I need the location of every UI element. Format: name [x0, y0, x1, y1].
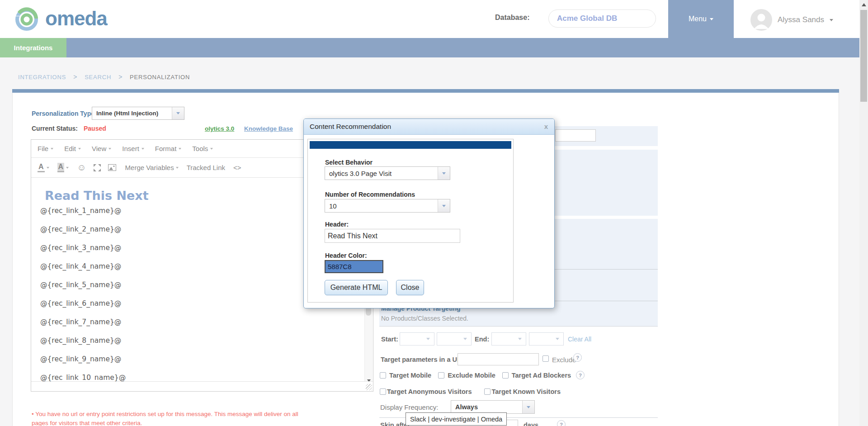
end-time-select[interactable] — [529, 332, 564, 346]
editor-menu-edit[interactable]: Edit — [64, 145, 81, 152]
editor-menu-view[interactable]: View — [92, 145, 111, 152]
chevron-down-icon — [556, 338, 559, 340]
chevron-down-icon — [78, 148, 81, 150]
num-recommendations-label: Number of Recommendations — [325, 191, 415, 198]
dialog-title: Content Recommendation — [310, 123, 391, 131]
personalization-type-value: Inline (Html Injection) — [92, 110, 172, 117]
dialog-titlebar[interactable]: Content Recommendation — [304, 119, 554, 135]
insert-image-icon[interactable] — [108, 164, 116, 171]
dropdown-arrow-button[interactable] — [552, 333, 563, 345]
chevron-down-icon — [66, 167, 69, 169]
editor-statusbar — [31, 381, 373, 391]
text-color-button[interactable]: A — [38, 163, 49, 172]
merge-variable-line: @{rec_link_10_name}@ — [40, 374, 126, 382]
merge-variables-button[interactable]: Merge Variables — [125, 164, 179, 171]
personalization-type-label: Personalization Type: — [32, 110, 97, 117]
browser-tab-tooltip: Slack | dev-investigate | Omeda — [406, 412, 507, 426]
merge-variable-line: @{rec_link_8_name}@ — [40, 336, 121, 345]
hidden-field-input[interactable] — [555, 129, 596, 142]
dropdown-arrow-button[interactable] — [459, 333, 471, 345]
resize-grip[interactable] — [366, 384, 372, 390]
exclude-label: Exclude — [552, 356, 576, 364]
merge-variable-line: @{rec_link_6_name}@ — [40, 299, 121, 308]
dropdown-arrow-button[interactable] — [522, 401, 534, 413]
target-mobile-checkbox[interactable] — [380, 372, 386, 379]
close-button[interactable]: Close — [396, 280, 424, 295]
menu-button[interactable]: Menu — [668, 0, 734, 38]
exclude-checkbox[interactable] — [542, 355, 549, 362]
editor-menu-file[interactable]: File — [38, 145, 53, 152]
end-month-select[interactable] — [491, 332, 526, 346]
app-header: omeda Database: Acme Global DB Menu Alys… — [0, 0, 859, 38]
breadcrumb-integrations[interactable]: INTEGRATIONS — [18, 74, 66, 80]
merge-variable-line: @{rec_link_4_name}@ — [40, 262, 121, 270]
num-recommendations-select[interactable]: 10 — [325, 199, 450, 213]
merge-variable-line: @{rec_link_7_name}@ — [40, 318, 121, 326]
exclude-mobile-label: Exclude Mobile — [448, 372, 495, 379]
target-mobile-label: Target Mobile — [389, 372, 431, 379]
exclude-mobile-checkbox[interactable] — [438, 372, 444, 379]
end-label: End: — [475, 336, 489, 343]
fullscreen-icon[interactable] — [94, 164, 101, 171]
background-color-button[interactable]: A — [57, 163, 69, 172]
merge-variable-line: @{rec_link_9_name}@ — [40, 355, 121, 363]
header-text-input[interactable] — [325, 229, 460, 243]
url-params-input[interactable] — [458, 353, 539, 365]
start-time-select[interactable] — [437, 332, 472, 346]
current-status-label: Current Status: — [32, 125, 78, 132]
chevron-down-icon — [442, 172, 446, 175]
dropdown-arrow-button[interactable] — [438, 199, 450, 212]
dropdown-arrow-button[interactable] — [422, 333, 434, 345]
target-anonymous-checkbox[interactable] — [380, 388, 386, 395]
dropdown-arrow-button[interactable] — [172, 107, 184, 119]
knowledge-base-link[interactable]: Knowledge Base — [244, 125, 293, 132]
editor-menu-tools[interactable]: Tools — [192, 145, 213, 152]
help-icon[interactable]: ? — [576, 371, 585, 379]
database-selector[interactable]: Acme Global DB — [548, 9, 656, 28]
emoticons-icon[interactable]: ☺ — [77, 162, 86, 173]
source-code-icon[interactable]: <> — [233, 164, 241, 171]
tab-integrations[interactable]: Integrations — [0, 38, 66, 57]
chevron-down-icon — [108, 148, 111, 150]
olytics-link[interactable]: olytics 3.0 — [205, 125, 234, 132]
target-known-checkbox[interactable] — [484, 388, 491, 395]
warning-text-line2: pages for visitors that meet other crite… — [32, 420, 142, 426]
help-icon[interactable]: ? — [573, 353, 582, 362]
mobile-targeting-row: Target Mobile Exclude Mobile Target Ad B… — [380, 371, 585, 379]
no-products-text: No Products/Classes Selected. — [381, 315, 468, 322]
chevron-down-icon — [426, 338, 430, 340]
help-icon[interactable]: ? — [557, 420, 566, 426]
editor-menu-format[interactable]: Format — [155, 145, 182, 152]
dropdown-arrow-button[interactable] — [514, 333, 526, 345]
chevron-down-icon — [176, 112, 180, 114]
user-menu[interactable]: Alyssa Sands — [750, 9, 833, 31]
dropdown-arrow-button[interactable] — [438, 167, 450, 180]
database-value: Acme Global DB — [557, 14, 617, 23]
start-month-select[interactable] — [400, 332, 434, 346]
close-icon[interactable]: x — [544, 123, 548, 130]
editor-menu-insert[interactable]: Insert — [122, 145, 144, 152]
omeda-logo[interactable]: omeda — [14, 5, 107, 32]
header-label: Header: — [325, 221, 349, 228]
behavior-select[interactable]: olytics 3.0 Page Visit — [325, 166, 450, 180]
chevron-down-icon — [442, 205, 446, 207]
chevron-down-icon — [179, 148, 181, 150]
breadcrumb-search[interactable]: SEARCH — [85, 74, 111, 80]
page-scrollbar-thumb[interactable] — [860, 10, 867, 102]
behavior-value: olytics 3.0 Page Visit — [325, 170, 438, 177]
target-known-label: Target Known Visitors — [491, 388, 561, 395]
page-scrollbar[interactable] — [859, 0, 868, 426]
tracked-link-button[interactable]: Tracked Link — [187, 164, 225, 171]
display-frequency-select[interactable]: Always — [451, 400, 535, 414]
clear-all-link[interactable]: Clear All — [568, 336, 591, 343]
personalization-type-select[interactable]: Inline (Html Injection) — [92, 107, 184, 120]
chevron-down-icon — [527, 406, 530, 408]
scroll-up-arrow-icon[interactable] — [859, 0, 868, 9]
chevron-down-icon — [518, 338, 522, 340]
generate-html-button[interactable]: Generate HTML — [325, 280, 388, 295]
chevron-down-icon — [51, 148, 53, 150]
menu-label: Menu — [689, 15, 707, 23]
breadcrumb-current: PERSONALIZATION — [130, 74, 190, 80]
target-adblockers-checkbox[interactable] — [502, 372, 509, 379]
header-color-input[interactable]: 5887C8 — [325, 260, 383, 273]
